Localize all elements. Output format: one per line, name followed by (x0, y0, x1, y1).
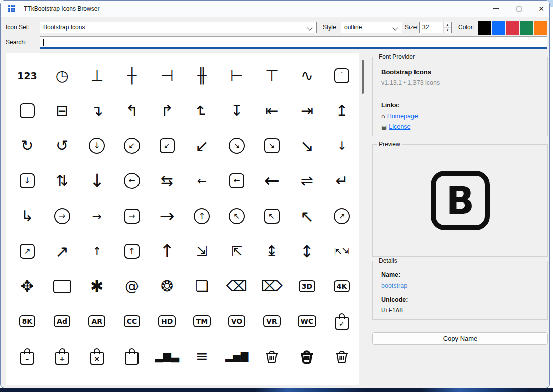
icon-bar-chart-steps[interactable]: ≡ (184, 339, 219, 374)
icon-bag-plus[interactable]: + (45, 339, 80, 374)
icon-arrow-up-left-square[interactable]: ↖ (254, 199, 290, 234)
icon-badge-tm[interactable]: TM (184, 304, 219, 339)
color-swatch-4[interactable] (534, 21, 547, 35)
icon-bicycle[interactable]: ∞ (290, 374, 325, 385)
icon-binoculars[interactable]: ⋓ (324, 374, 359, 385)
color-swatch-3[interactable] (520, 21, 533, 35)
icon-arrow-90deg-down[interactable]: ↴ (79, 93, 114, 128)
close-button[interactable]: ✕ (533, 1, 549, 17)
minimize-button[interactable] (488, 1, 503, 17)
icon-basket2-fill[interactable] (290, 339, 325, 374)
icon-arrow-90deg-right[interactable]: ↱ (150, 93, 185, 128)
icon-badge-8k[interactable]: 8K (10, 304, 45, 339)
icon-arrow-down-short[interactable]: ↓ (324, 128, 359, 163)
icon-badge-ar[interactable]: AR (79, 304, 114, 339)
icon-arrow-left[interactable]: ← (254, 163, 290, 199)
icon-at[interactable]: @ (114, 269, 150, 304)
icon-arrow-bar-down[interactable]: ↧ (219, 93, 254, 128)
icon-aspect-ratio[interactable] (45, 269, 80, 304)
icon-activity[interactable]: ∿ (290, 58, 325, 93)
icon-arrow-down[interactable]: ↓ (79, 163, 114, 199)
icon-bag-check[interactable]: ✓ (324, 304, 359, 339)
icon-align-center[interactable]: ┼ (114, 58, 150, 93)
icon-bag-dash[interactable]: – (10, 339, 45, 374)
icon-bar-chart[interactable]: ▂▅▇ (219, 339, 254, 374)
icon-award[interactable]: ❂ (150, 269, 185, 304)
vertical-scrollbar[interactable] (360, 53, 365, 385)
icon-arrow-clockwise[interactable]: ↻ (10, 128, 45, 163)
icon-badge-hd[interactable]: HD (150, 304, 185, 339)
icon-align-start[interactable]: ⊢ (219, 58, 254, 93)
icon-arrow-left-square[interactable]: ← (219, 163, 254, 199)
icon-arrow-left-circle[interactable]: ← (114, 163, 150, 199)
link-homepage[interactable]: Homepage (387, 113, 418, 120)
copy-name-button[interactable]: Copy Name (372, 332, 548, 345)
color-swatch-0[interactable] (478, 21, 491, 35)
scrollbar-thumb[interactable] (362, 60, 364, 94)
icon-badge-ad[interactable]: Ad (45, 304, 80, 339)
icon-basket3[interactable] (324, 339, 359, 374)
icon-basket[interactable] (254, 339, 290, 374)
icon-align-middle[interactable]: ╫ (184, 58, 219, 93)
icon-alarm[interactable]: ◷ (45, 58, 80, 93)
color-swatch-1[interactable] (492, 21, 505, 35)
icon-archive[interactable]: ⊟ (45, 93, 80, 128)
icon-bell-slash[interactable]: ◠ (184, 374, 219, 385)
icon-arrow-up-left-circle[interactable]: ↖ (219, 199, 254, 234)
icon-arrow-90deg-left[interactable]: ↰ (114, 93, 150, 128)
size-spinbox[interactable]: 32 ▲ ▼ (419, 22, 452, 33)
icon-arrow-bar-left[interactable]: ⇤ (254, 93, 290, 128)
icon-arrow-return-left[interactable]: ↵ (324, 163, 359, 199)
icon-arrow-up[interactable]: ↑ (150, 234, 185, 269)
icon-bell[interactable]: ◠ (150, 374, 185, 385)
icon-arrow-down-right-circle[interactable]: ↘ (219, 128, 254, 163)
icon-badge-4k[interactable]: 4K (324, 269, 359, 304)
icon-badge-wc[interactable]: WC (290, 304, 325, 339)
spin-up-button[interactable]: ▲ (444, 22, 451, 28)
icon-arrows-angle-contract[interactable]: ⇲ (184, 234, 219, 269)
icon-123[interactable]: 123 (10, 58, 45, 93)
icon-bag-x[interactable]: × (79, 339, 114, 374)
icon-badge-cc[interactable]: CC (114, 304, 150, 339)
color-swatch-2[interactable] (506, 21, 519, 35)
style-combobox[interactable]: outline (341, 22, 402, 33)
icon-arrows-angle-expand[interactable]: ⇱ (219, 234, 254, 269)
icon-arrow-right-square[interactable]: → (114, 199, 150, 234)
icon-arrow-up-short[interactable]: ↑ (79, 234, 114, 269)
icon-app[interactable] (10, 93, 45, 128)
icon-arrows-collapse[interactable]: ↨ (254, 234, 290, 269)
icon-asterisk[interactable]: ✱ (79, 269, 114, 304)
icon-arrow-up-circle[interactable]: ↑ (184, 199, 219, 234)
icon-arrow-left-right[interactable]: ⇆ (150, 163, 185, 199)
icon-arrow-down-up[interactable]: ⇅ (45, 163, 80, 199)
icon-arrow-right[interactable]: → (150, 199, 185, 234)
icon-arrow-up-right-square[interactable]: ↗ (10, 234, 45, 269)
icon-backspace[interactable]: ⌫ (219, 269, 254, 304)
icon-arrow-down-left[interactable]: ↙ (184, 128, 219, 163)
icon-app-indicator[interactable]: ˙ (324, 58, 359, 93)
icon-align-end[interactable]: ⊣ (150, 58, 185, 93)
icon-set-combobox[interactable]: Bootstrap Icons (40, 22, 317, 33)
icon-arrow-up-right[interactable]: ↗ (45, 234, 80, 269)
icon-bar-chart-line[interactable]: ▂▆▃ (150, 339, 185, 374)
icon-arrow-bar-up[interactable]: ↥ (324, 93, 359, 128)
icon-arrow-counterclockwise[interactable]: ↺ (45, 128, 80, 163)
icon-badge-vo[interactable]: VO (219, 304, 254, 339)
icon-battery-charging[interactable]: ▭ (45, 374, 80, 385)
icon-arrow-down-left-circle[interactable]: ↙ (114, 128, 150, 163)
icon-bezier[interactable]: ∿ (219, 374, 254, 385)
icon-battery[interactable]: ▭ (10, 374, 45, 385)
icon-align-bottom[interactable]: ⊥ (79, 58, 114, 93)
icon-arrow-right-short[interactable]: → (79, 199, 114, 234)
spin-down-button[interactable]: ▼ (444, 28, 451, 33)
icon-arrows-fullscreen[interactable]: ⇱⇲ (324, 234, 359, 269)
icon-battery-half[interactable]: ◫ (114, 374, 150, 385)
icon-arrow-right-circle[interactable]: → (45, 199, 80, 234)
search-input[interactable] (40, 36, 547, 49)
link-license[interactable]: License (389, 123, 410, 130)
icon-bag[interactable] (114, 339, 150, 374)
icon-arrow-bar-right[interactable]: ⇥ (290, 93, 325, 128)
icon-back[interactable]: ❏ (184, 269, 219, 304)
icon-arrow-down-circle[interactable]: ↓ (79, 128, 114, 163)
icon-arrow-down-right-square[interactable]: ↘ (254, 128, 290, 163)
